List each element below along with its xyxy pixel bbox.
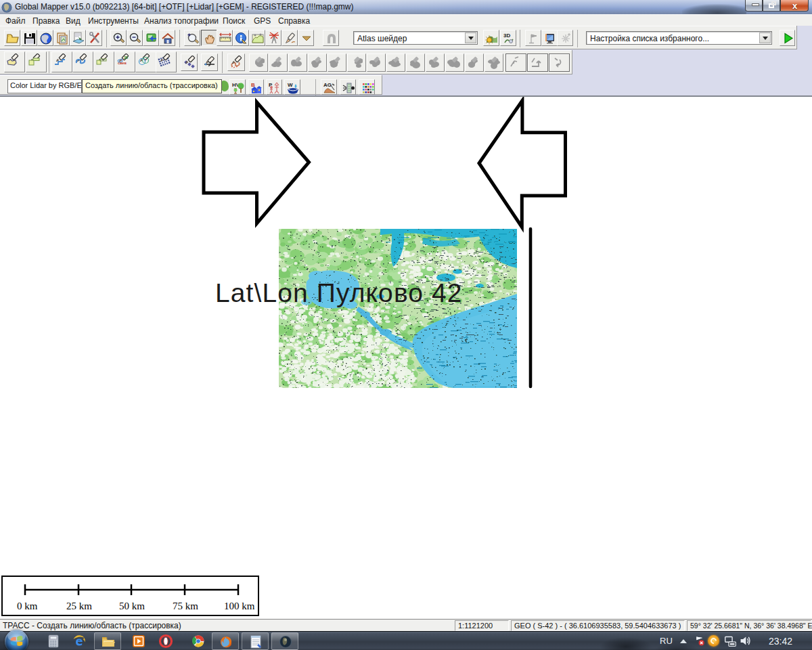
svg-text:AG: AG [323, 82, 332, 88]
svg-text:W: W [288, 82, 293, 88]
svg-text:35: 35 [124, 56, 128, 60]
svg-text:3D: 3D [503, 32, 510, 39]
